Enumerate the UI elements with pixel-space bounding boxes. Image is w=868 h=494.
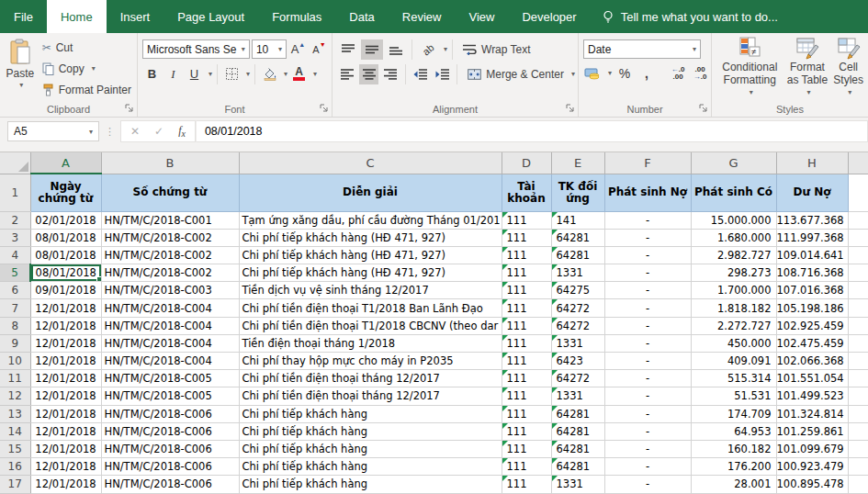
cell-empty[interactable] — [848, 370, 868, 387]
accounting-caret-icon[interactable]: ▾ — [608, 69, 612, 77]
font-color-caret-icon[interactable]: ▾ — [313, 70, 317, 78]
font-dialog-launcher-icon[interactable] — [320, 104, 329, 113]
row-header[interactable]: 8 — [0, 317, 30, 334]
tab-formulas[interactable]: Formulas — [258, 0, 335, 33]
cancel-icon[interactable]: ✕ — [130, 125, 140, 138]
cell-empty[interactable] — [848, 405, 868, 422]
cell[interactable]: - — [604, 246, 691, 264]
name-box[interactable]: A5▾ — [7, 121, 99, 141]
cell[interactable]: 51.531 — [691, 387, 776, 405]
decrease-indent-button[interactable] — [411, 64, 431, 84]
cell[interactable]: HN/TM/C/2018-C003 — [101, 282, 239, 299]
cell[interactable]: 101.499.523 — [776, 387, 848, 405]
cell-empty[interactable] — [848, 211, 868, 229]
cell[interactable]: - — [604, 476, 691, 493]
cell[interactable]: 111 — [502, 317, 551, 334]
cell[interactable]: 102.475.459 — [776, 334, 848, 352]
copy-button[interactable]: Copy▾ — [39, 58, 134, 79]
cell[interactable]: - — [604, 282, 691, 299]
alignment-dialog-launcher-icon[interactable] — [566, 104, 575, 113]
cell[interactable]: HN/TM/C/2018-C002 — [101, 264, 239, 282]
align-left-button[interactable] — [337, 64, 357, 84]
cell[interactable]: Chi phí tiếp khách hàng — [239, 422, 502, 440]
cell[interactable]: 111 — [502, 405, 551, 422]
cell[interactable]: 1.700.000 — [691, 282, 776, 299]
cell[interactable]: 111 — [502, 264, 551, 282]
orientation-button[interactable]: ab — [417, 39, 439, 60]
cell[interactable]: 102.066.368 — [776, 353, 848, 370]
formula-bar-splitter[interactable]: ⋮ — [99, 126, 120, 138]
borders-button[interactable] — [222, 64, 242, 84]
tab-view[interactable]: View — [455, 0, 508, 33]
cell[interactable]: 64.953 — [691, 422, 776, 440]
cell[interactable]: Chi phí tiếp khách hàng — [239, 458, 502, 476]
cell[interactable]: 105.198.186 — [776, 299, 848, 317]
cell[interactable]: 64272 — [551, 317, 604, 334]
row-header[interactable]: 6 — [0, 282, 30, 299]
cell[interactable]: 12/01/2018 — [30, 405, 101, 422]
cell[interactable]: Chi phí tiền điện thoại T1/2018 Ban Lãnh… — [239, 299, 502, 317]
number-format-select[interactable]: Date▾ — [583, 39, 701, 59]
column-header-h[interactable]: H — [776, 152, 848, 174]
row-header[interactable]: 5 — [0, 264, 30, 282]
column-header-i[interactable] — [848, 152, 868, 174]
cell[interactable]: 111 — [502, 440, 551, 457]
cell[interactable]: 450.000 — [691, 334, 776, 352]
cell[interactable]: Chi phí tiếp khách hàng — [239, 440, 502, 457]
row-header[interactable]: 15 — [0, 440, 30, 457]
cell[interactable]: Chi phí tiếp khách hàng (HĐ 471, 927) — [239, 229, 502, 246]
cell[interactable]: 100.923.479 — [776, 458, 848, 476]
align-center-button[interactable] — [359, 64, 379, 84]
cell[interactable]: 111 — [502, 458, 551, 476]
cell[interactable]: 64281 — [551, 246, 604, 264]
underline-caret-icon[interactable]: ▾ — [209, 70, 212, 78]
tab-review[interactable]: Review — [389, 0, 456, 33]
row-header[interactable]: 13 — [0, 405, 30, 422]
cell[interactable]: 64281 — [551, 458, 604, 476]
cell[interactable]: HN/TM/C/2018-C004 — [101, 353, 239, 370]
cell[interactable]: 12/01/2018 — [30, 422, 101, 440]
align-middle-button[interactable] — [361, 39, 383, 60]
row-header[interactable]: 7 — [0, 299, 30, 317]
row-header[interactable]: 3 — [0, 229, 30, 246]
cell-empty[interactable] — [848, 229, 868, 246]
cell[interactable]: 111 — [502, 387, 551, 405]
tab-home[interactable]: Home — [47, 0, 107, 33]
cell-empty[interactable] — [848, 440, 868, 457]
cell[interactable]: 02/01/2018 — [30, 211, 101, 229]
cell[interactable]: 107.016.368 — [776, 282, 848, 299]
cell[interactable]: 15.000.000 — [691, 211, 776, 229]
formula-input[interactable]: 08/01/2018 — [196, 120, 868, 142]
cell[interactable]: 1331 — [551, 334, 604, 352]
cell[interactable]: Chi phí tiếp khách hàng (HĐ 471, 927) — [239, 264, 502, 282]
cell[interactable]: Chi phí tiền điện thoại tháng 12/2017 — [239, 370, 502, 387]
cell-empty[interactable] — [848, 422, 868, 440]
cell-empty[interactable] — [848, 317, 868, 334]
cell-empty[interactable] — [848, 299, 868, 317]
cell-empty[interactable] — [848, 387, 868, 405]
cell[interactable]: Tạm ứng xăng dầu, phí cầu đường Tháng 01… — [239, 211, 502, 229]
cell[interactable]: 111 — [502, 476, 551, 493]
comma-style-button[interactable]: , — [637, 63, 656, 84]
percent-style-button[interactable]: % — [615, 63, 634, 84]
row-header[interactable]: 11 — [0, 370, 30, 387]
cell-empty[interactable] — [848, 334, 868, 352]
cell[interactable]: 109.014.641 — [776, 246, 848, 264]
fill-handle[interactable] — [96, 276, 101, 281]
cell[interactable]: Phát sinh Nợ — [604, 174, 691, 211]
cell[interactable]: Chi phí tiếp khách hàng — [239, 476, 502, 493]
cell[interactable]: 12/01/2018 — [30, 458, 101, 476]
tab-file[interactable]: File — [0, 0, 47, 33]
cell[interactable]: - — [604, 405, 691, 422]
cell[interactable]: - — [604, 211, 691, 229]
cell[interactable]: HN/TM/C/2018-C006 — [101, 422, 239, 440]
cell[interactable]: 12/01/2018 — [30, 370, 101, 387]
cell[interactable]: Chi phí tiền điện thoại T1/2018 CBCNV (t… — [239, 317, 502, 334]
cell[interactable]: 101.324.814 — [776, 405, 848, 422]
cell[interactable]: 111 — [502, 246, 551, 264]
row-header[interactable]: 9 — [0, 334, 30, 352]
cell[interactable]: 108.716.368 — [776, 264, 848, 282]
cell[interactable]: HN/TM/C/2018-C001 — [101, 211, 239, 229]
cell[interactable]: 1.818.182 — [691, 299, 776, 317]
cell[interactable]: - — [604, 387, 691, 405]
